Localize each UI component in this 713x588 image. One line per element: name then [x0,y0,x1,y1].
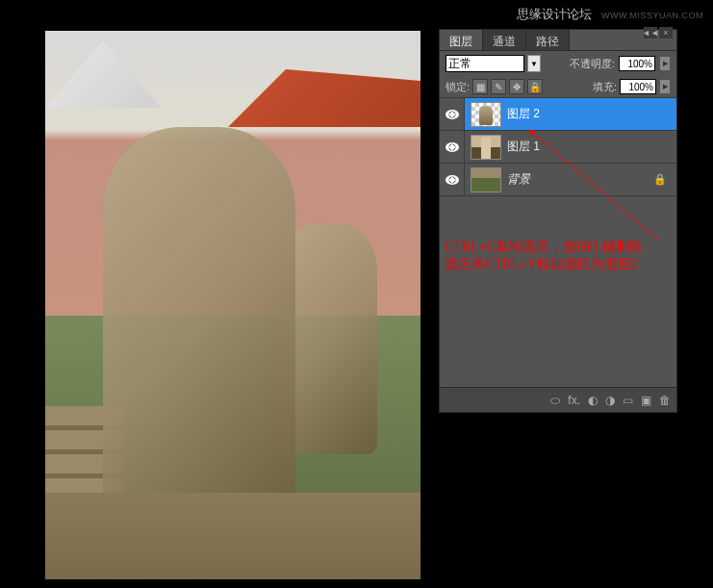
layer-name[interactable]: 背景 [507,171,530,188]
tab-layers[interactable]: 图层 [440,30,483,50]
layer-thumbnail[interactable] [471,135,501,160]
visibility-toggle[interactable] [440,131,465,163]
link-layers-icon[interactable]: ⬭ [550,394,560,407]
layer-row[interactable]: 图层 1 [440,131,676,164]
opacity-label: 不透明度: [570,57,615,71]
panel-tabs: 图层 通道 路径 [440,30,676,51]
fill-label: 填充: [593,80,617,94]
lock-label: 锁定: [446,80,470,94]
layer-group-icon[interactable]: ▭ [623,394,633,407]
annotation-line2: 选区再CTRL+V粘贴选区为图层2 [445,256,675,273]
lock-pixels-icon[interactable]: ✎ [491,79,506,94]
lock-position-icon[interactable]: ✥ [509,79,524,94]
adjustment-layer-icon[interactable]: ◑ [605,394,615,407]
opacity-input[interactable] [619,56,655,71]
watermark-sub: WWW.MISSYUAN.COM [601,11,703,20]
layer-thumbnail[interactable] [471,102,501,127]
scene-statue-front [103,127,295,541]
watermark: 思缘设计论坛 WWW.MISSYUAN.COM [517,6,703,23]
visibility-toggle[interactable] [440,164,465,195]
panel-close-icon[interactable]: × [659,27,673,38]
layer-mask-icon[interactable]: ◐ [588,394,598,407]
panel-blend-row: 正常 ▼ 不透明度: ▶ [440,51,676,76]
scene-ground [45,493,420,579]
fill-arrow-icon[interactable]: ▶ [659,79,671,94]
layer-fx-icon[interactable]: fx. [568,394,580,407]
lock-icon: 🔒 [653,173,667,186]
lock-all-icon[interactable]: 🔒 [527,79,543,94]
layers-panel: ◄◄ × 图层 通道 路径 正常 ▼ 不透明度: ▶ 锁定: ▦ ✎ ✥ 🔒 填… [439,29,677,413]
panel-collapse-icon[interactable]: ◄◄ [644,27,657,38]
blend-mode-arrow-icon[interactable]: ▼ [527,55,541,72]
tab-channels[interactable]: 通道 [483,30,526,50]
layer-row[interactable]: 背景 🔒 [440,164,676,196]
eye-icon [446,175,459,185]
layer-name[interactable]: 图层 2 [507,106,540,122]
eye-icon [446,142,459,152]
annotation-text: CTRL+C复制选区，按DEL键删除 选区再CTRL+V粘贴选区为图层2 [445,239,675,273]
delete-layer-icon[interactable]: 🗑 [659,394,671,407]
layer-thumbnail[interactable] [471,167,501,192]
panel-lock-row: 锁定: ▦ ✎ ✥ 🔒 填充: ▶ [440,76,676,98]
scene-statue-rear [281,223,377,454]
scene-roof-tile [228,69,420,127]
canvas-document[interactable] [45,31,420,579]
layer-row[interactable]: 图层 2 [440,98,676,131]
fill-input[interactable] [620,79,656,94]
tab-paths[interactable]: 路径 [526,30,570,50]
scene-roof-white [45,40,161,108]
panel-footer: ⬭ fx. ◐ ◑ ▭ ▣ 🗑 [440,387,676,412]
blend-mode-select[interactable]: 正常 [446,55,524,72]
lock-transparent-icon[interactable]: ▦ [472,79,488,94]
watermark-main: 思缘设计论坛 [517,7,592,21]
eye-icon [446,110,459,119]
layer-name[interactable]: 图层 1 [507,139,540,155]
opacity-arrow-icon[interactable]: ▶ [659,56,671,71]
new-layer-icon[interactable]: ▣ [641,394,651,407]
panel-controls: ◄◄ × [644,27,673,38]
annotation-line1: CTRL+C复制选区，按DEL键删除 [445,239,675,256]
visibility-toggle[interactable] [440,98,465,130]
